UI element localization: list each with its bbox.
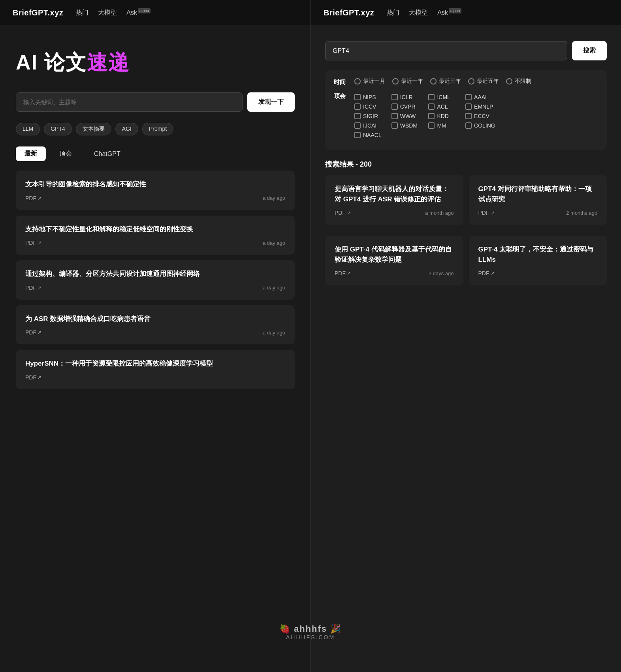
right-paper-time-1: a month ago — [425, 210, 454, 216]
paper-meta-3: PDF↗ a day ago — [25, 285, 285, 291]
radio-circle-5 — [506, 78, 512, 84]
tag-gpt4[interactable]: GPT4 — [44, 123, 72, 135]
pdf-link-5[interactable]: PDF↗ — [25, 374, 41, 381]
logo-left[interactable]: BriefGPT.xyz — [13, 8, 63, 17]
right-paper-card-3: 使用 GPT-4 代码解释器及基于代码的自验证解决复杂数学问题 PDF↗ 2 d… — [325, 236, 463, 285]
right-paper-card-2: GPT4 对同行评审辅助略有帮助：一项试点研究 PDF↗ 2 months ag… — [469, 175, 607, 225]
radio-circle-1 — [354, 78, 361, 84]
right-content: 搜索 时间 最近一月 最近一年 — [311, 25, 621, 306]
right-paper-meta-4: PDF↗ — [478, 270, 598, 276]
filter-tab-chatgpt[interactable]: ChatGPT — [85, 147, 129, 161]
right-pdf-link-4[interactable]: PDF↗ — [478, 270, 495, 276]
paper-meta-5: PDF↗ — [25, 374, 285, 381]
radio-circle-2 — [392, 78, 399, 84]
nav-links-left: 热门 大模型 Askalpha — [76, 9, 151, 17]
pdf-link-2[interactable]: PDF↗ — [25, 240, 41, 246]
cb-sigir[interactable]: SIGIR — [354, 113, 384, 119]
cb-iccv[interactable]: ICCV — [354, 103, 384, 110]
cb-acl[interactable]: ACL — [428, 103, 458, 110]
pdf-link-1[interactable]: PDF↗ — [25, 195, 41, 201]
conference-grid: NIPS ICLR ICML AAAI ICCV CVPR ACL EMNLP … — [354, 94, 495, 138]
right-pdf-link-3[interactable]: PDF↗ — [335, 270, 351, 276]
paper-card-3: 通过架构、编译器、分区方法共同设计加速通用图神经网络 PDF↗ a day ag… — [16, 260, 295, 300]
cb-nips[interactable]: NIPS — [354, 94, 384, 100]
filter-tab-top[interactable]: 顶会 — [51, 146, 81, 161]
paper-title-1: 文本引导的图像检索的排名感知不确定性 — [25, 179, 285, 190]
nav-hot-right[interactable]: 热门 — [387, 9, 399, 17]
tag-prompt[interactable]: Prompt — [142, 123, 173, 135]
cb-naacl[interactable]: NAACL — [354, 132, 384, 138]
right-paper-meta-2: PDF↗ 2 months ago — [478, 210, 598, 216]
paper-title-2: 支持地下不确定性量化和解释的稳定低维空间的刚性变换 — [25, 224, 285, 235]
paper-title-4: 为 ASR 数据增强精确合成口吃病患者语音 — [25, 314, 285, 324]
logo-right[interactable]: BriefGPT.xyz — [324, 8, 374, 17]
cb-emnlp[interactable]: EMNLP — [465, 103, 495, 110]
paper-time-3: a day ago — [263, 285, 285, 291]
cb-ijcai[interactable]: IJCAI — [354, 122, 384, 129]
tag-summary[interactable]: 文本摘要 — [76, 123, 111, 135]
cb-mm[interactable]: MM — [428, 122, 458, 129]
conference-filter-row: 顶会 NIPS ICLR ICML AAAI ICCV CVPR ACL EMN… — [334, 92, 598, 138]
radio-recent-5year[interactable]: 最近五年 — [468, 78, 499, 85]
navbar-left: BriefGPT.xyz 热门 大模型 Askalpha — [0, 0, 310, 25]
tags-row: LLM GPT4 文本摘要 AGI Prompt — [16, 123, 295, 135]
paper-time-4: a day ago — [263, 330, 285, 336]
filter-tabs: 最新 顶会 ChatGPT — [16, 146, 295, 161]
time-filter-label: 时间 — [334, 78, 348, 86]
paper-meta-2: PDF↗ a day ago — [25, 240, 285, 246]
tag-llm[interactable]: LLM — [16, 123, 40, 135]
cb-wsdm[interactable]: WSDM — [391, 122, 422, 129]
discover-button[interactable]: 发现一下 — [247, 92, 295, 112]
conference-filter-label: 顶会 — [334, 92, 348, 100]
nav-ask-right[interactable]: Askalpha — [437, 9, 461, 16]
ask-badge-right: alpha — [449, 8, 461, 13]
nav-ask-left[interactable]: Askalpha — [126, 9, 151, 16]
navbar-right: BriefGPT.xyz 热门 大模型 Askalpha — [311, 0, 621, 25]
hero-title-accent: 速递 — [87, 51, 130, 74]
time-filter-options: 最近一月 最近一年 最近三年 最近五年 — [354, 78, 531, 85]
radio-recent-3year[interactable]: 最近三年 — [430, 78, 461, 85]
radio-recent-month[interactable]: 最近一月 — [354, 78, 385, 85]
tag-agi[interactable]: AGI — [115, 123, 138, 135]
right-paper-title-2: GPT4 对同行评审辅助略有帮助：一项试点研究 — [478, 184, 598, 204]
ask-badge-left: alpha — [138, 8, 151, 13]
search-input-left[interactable] — [16, 92, 243, 112]
right-pdf-link-1[interactable]: PDF↗ — [335, 210, 351, 216]
search-row-left: 发现一下 — [16, 92, 295, 112]
paper-card-2: 支持地下不确定性量化和解释的稳定低维空间的刚性变换 PDF↗ a day ago — [16, 216, 295, 255]
pdf-link-3[interactable]: PDF↗ — [25, 285, 41, 291]
cb-kdd[interactable]: KDD — [428, 113, 458, 119]
right-papers-grid: 提高语言学习聊天机器人的对话质量：对 GPT4 进行 ASR 错误修正的评估 P… — [325, 175, 607, 291]
cb-coling[interactable]: COLING — [465, 122, 495, 129]
radio-no-limit[interactable]: 不限制 — [506, 78, 531, 85]
paper-time-1: a day ago — [263, 195, 285, 201]
nav-model-right[interactable]: 大模型 — [409, 9, 428, 17]
search-row-right: 搜索 — [325, 41, 607, 60]
right-pdf-link-2[interactable]: PDF↗ — [478, 210, 495, 216]
paper-title-3: 通过架构、编译器、分区方法共同设计加速通用图神经网络 — [25, 269, 285, 279]
cb-www[interactable]: WWW — [391, 113, 422, 119]
paper-card-1: 文本引导的图像检索的排名感知不确定性 PDF↗ a day ago — [16, 171, 295, 210]
search-input-right[interactable] — [325, 41, 567, 60]
right-paper-card-4: GPT-4 太聪明了，不安全：通过密码与 LLMs PDF↗ — [469, 236, 607, 285]
radio-circle-4 — [468, 78, 474, 84]
cb-cvpr[interactable]: CVPR — [391, 103, 422, 110]
filter-tab-latest[interactable]: 最新 — [16, 146, 46, 161]
right-paper-meta-3: PDF↗ 2 days ago — [335, 270, 454, 276]
right-paper-title-3: 使用 GPT-4 代码解释器及基于代码的自验证解决复杂数学问题 — [335, 244, 454, 265]
nav-model-left[interactable]: 大模型 — [98, 9, 117, 17]
radio-recent-year[interactable]: 最近一年 — [392, 78, 423, 85]
search-button-right[interactable]: 搜索 — [572, 41, 607, 60]
cb-icml[interactable]: ICML — [428, 94, 458, 100]
pdf-link-4[interactable]: PDF↗ — [25, 329, 41, 336]
cb-aaai[interactable]: AAAI — [465, 94, 495, 100]
right-paper-title-1: 提高语言学习聊天机器人的对话质量：对 GPT4 进行 ASR 错误修正的评估 — [335, 184, 454, 204]
cb-iclr[interactable]: ICLR — [391, 94, 422, 100]
cb-eccv[interactable]: ECCV — [465, 113, 495, 119]
nav-links-right: 热门 大模型 Askalpha — [387, 9, 461, 17]
nav-hot-left[interactable]: 热门 — [76, 9, 88, 17]
right-paper-time-3: 2 days ago — [429, 270, 454, 276]
right-paper-meta-1: PDF↗ a month ago — [335, 210, 454, 216]
paper-card-5: HyperSNN：一种用于资源受限控应用的高效稳健深度学习模型 PDF↗ — [16, 350, 295, 389]
filter-section: 时间 最近一月 最近一年 最近三年 — [325, 70, 607, 150]
